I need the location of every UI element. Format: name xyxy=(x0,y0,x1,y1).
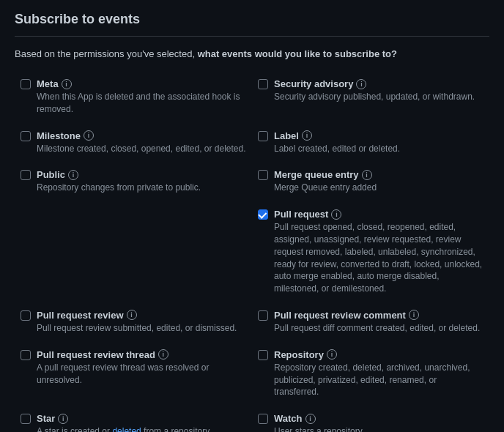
checkbox-star[interactable] xyxy=(21,414,31,424)
event-content-watch: Watch i User stars a repository. xyxy=(274,413,364,432)
checkbox-pull-request-review-thread[interactable] xyxy=(21,350,31,360)
event-content-repository: Repository i Repository created, deleted… xyxy=(274,349,483,398)
checkbox-meta[interactable] xyxy=(21,79,31,89)
event-desc-public: Repository changes from private to publi… xyxy=(37,182,201,194)
event-item-repository: Repository i Repository created, deleted… xyxy=(252,342,489,406)
event-desc-pull-request: Pull request opened, closed, reopened, e… xyxy=(274,221,483,295)
info-icon-repository[interactable]: i xyxy=(327,349,337,360)
event-item-label: Label i Label created, edited or deleted… xyxy=(252,123,489,163)
event-desc-security-advisory: Security advisory published, updated, or… xyxy=(274,91,475,103)
event-content-pull-request-review: Pull request review i Pull request revie… xyxy=(37,310,237,335)
event-content-merge-queue-entry: Merge queue entry i Merge Queue entry ad… xyxy=(274,169,377,194)
info-icon-pull-request[interactable]: i xyxy=(331,209,341,220)
info-icon-watch[interactable]: i xyxy=(305,414,316,424)
event-label-pull-request: Pull request i xyxy=(274,209,483,220)
event-label-meta: Meta i xyxy=(37,78,246,89)
event-content-pull-request-review-thread: Pull request review thread i A pull requ… xyxy=(37,349,246,387)
checkbox-watch[interactable] xyxy=(258,414,268,424)
event-content-security-advisory: Security advisory i Security advisory pu… xyxy=(274,78,475,103)
event-content-public: Public i Repository changes from private… xyxy=(37,169,201,194)
event-label-security-advisory: Security advisory i xyxy=(274,78,475,89)
event-desc-label: Label created, edited or deleted. xyxy=(274,143,400,155)
page-title: Subscribe to events xyxy=(15,12,489,37)
checkbox-merge-queue-entry[interactable] xyxy=(258,170,268,180)
info-icon-pull-request-review-comment[interactable]: i xyxy=(409,310,419,320)
event-desc-pull-request-review-comment: Pull request diff comment created, edite… xyxy=(274,322,480,335)
events-grid: Meta i When this App is deleted and the … xyxy=(15,71,489,432)
checkbox-pull-request[interactable] xyxy=(258,209,268,220)
event-desc-milestone: Milestone created, closed, opened, edite… xyxy=(37,143,246,155)
event-item-milestone: Milestone i Milestone created, closed, o… xyxy=(15,123,252,163)
checkbox-security-advisory[interactable] xyxy=(258,79,268,89)
event-item-pull-request-review-comment: Pull request review comment i Pull reque… xyxy=(252,302,489,342)
event-desc-pull-request-review: Pull request review submitted, edited, o… xyxy=(37,322,237,335)
event-label-pull-request-review-thread: Pull request review thread i xyxy=(37,349,246,360)
event-item-pull-request: Pull request i Pull request opened, clos… xyxy=(252,201,489,302)
deleted-link[interactable]: deleted xyxy=(112,426,141,432)
checkbox-public[interactable] xyxy=(21,170,31,180)
checkbox-repository[interactable] xyxy=(258,350,268,360)
checkbox-label[interactable] xyxy=(258,131,268,141)
subtitle-bold: what events would you like to subscribe … xyxy=(198,48,397,59)
event-content-star: Star i A star is created or deleted from… xyxy=(37,413,212,432)
event-desc-star: A star is created or deleted from a repo… xyxy=(37,425,212,432)
event-item-pull-request-review-thread: Pull request review thread i A pull requ… xyxy=(15,342,252,406)
event-item-watch: Watch i User stars a repository. xyxy=(252,406,489,432)
event-content-label: Label i Label created, edited or deleted… xyxy=(274,130,400,155)
event-desc-meta: When this App is deleted and the associa… xyxy=(37,91,246,116)
checkbox-pull-request-review-comment[interactable] xyxy=(258,310,268,321)
info-icon-milestone[interactable]: i xyxy=(84,130,94,141)
subtitle-normal: Based on the permissions you've selected… xyxy=(15,48,198,59)
checkbox-pull-request-review[interactable] xyxy=(21,310,31,321)
info-icon-security-advisory[interactable]: i xyxy=(356,79,366,89)
event-label-merge-queue-entry: Merge queue entry i xyxy=(274,169,377,180)
event-item-merge-queue-entry: Merge queue entry i Merge Queue entry ad… xyxy=(252,162,489,201)
info-icon-merge-queue-entry[interactable]: i xyxy=(362,170,372,180)
event-content-meta: Meta i When this App is deleted and the … xyxy=(37,78,246,116)
subscribe-events-container: Subscribe to events Based on the permiss… xyxy=(0,0,504,432)
event-label-label: Label i xyxy=(274,130,400,141)
event-desc-watch: User stars a repository. xyxy=(274,425,364,432)
event-item-meta: Meta i When this App is deleted and the … xyxy=(15,71,252,123)
event-label-watch: Watch i xyxy=(274,413,364,424)
event-item-pull-request-review: Pull request review i Pull request revie… xyxy=(15,302,252,342)
info-icon-label[interactable]: i xyxy=(302,130,312,141)
event-label-public: Public i xyxy=(37,169,201,180)
info-icon-meta[interactable]: i xyxy=(62,79,72,89)
info-icon-pull-request-review[interactable]: i xyxy=(127,310,137,320)
event-content-pull-request-review-comment: Pull request review comment i Pull reque… xyxy=(274,310,480,335)
event-desc-repository: Repository created, deleted, archived, u… xyxy=(274,362,483,398)
event-item-security-advisory: Security advisory i Security advisory pu… xyxy=(252,71,489,123)
event-label-milestone: Milestone i xyxy=(37,130,246,141)
event-desc-merge-queue-entry: Merge Queue entry added xyxy=(274,182,377,194)
event-item-public: Public i Repository changes from private… xyxy=(15,162,252,201)
subtitle: Based on the permissions you've selected… xyxy=(15,48,489,59)
event-item-star: Star i A star is created or deleted from… xyxy=(15,406,252,432)
event-label-pull-request-review-comment: Pull request review comment i xyxy=(274,310,480,321)
event-label-repository: Repository i xyxy=(274,349,483,360)
event-label-pull-request-review: Pull request review i xyxy=(37,310,237,321)
info-icon-star[interactable]: i xyxy=(58,414,68,424)
checkbox-milestone[interactable] xyxy=(21,131,31,141)
info-icon-pull-request-review-thread[interactable]: i xyxy=(158,349,168,360)
event-label-star: Star i xyxy=(37,413,212,424)
info-icon-public[interactable]: i xyxy=(68,170,78,180)
event-desc-pull-request-review-thread: A pull request review thread was resolve… xyxy=(37,362,246,387)
event-content-pull-request: Pull request i Pull request opened, clos… xyxy=(274,209,483,295)
event-content-milestone: Milestone i Milestone created, closed, o… xyxy=(37,130,246,155)
